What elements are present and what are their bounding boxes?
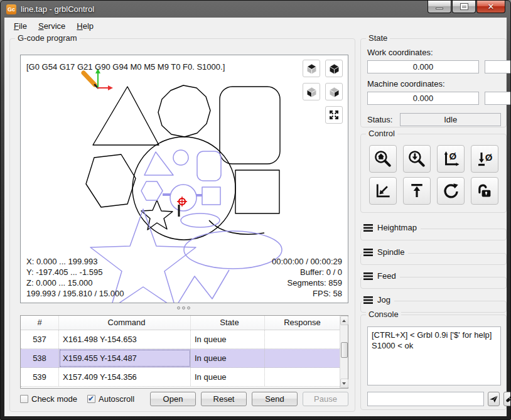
menu-help[interactable]: Help [71,19,99,34]
z-probe-button[interactable] [403,145,431,173]
unlock-button[interactable] [471,177,498,205]
jog-label[interactable]: Jog [377,295,390,304]
scroll-up-button[interactable] [340,316,348,325]
safe-position-button[interactable] [403,177,431,205]
menu-file[interactable]: File [8,19,33,34]
scrollbar-thumb[interactable] [341,342,348,358]
top-view-button[interactable] [303,60,320,77]
table-row[interactable]: 538 X159.455 Y-154.487 In queue [21,349,340,368]
gcode-3d-viewport[interactable]: [G0 G54 G17 G21 G90 G94 M0 M5 M9 T0 F0. … [20,55,348,303]
app-window: Gc line.tap - grblControl ✕ File Service… [0,0,511,420]
row-response [265,330,340,348]
table-header-row: # Command State Response [21,316,340,330]
window-title: line.tap - grblControl [21,4,94,14]
zero-z-button[interactable]: Ø [471,145,498,173]
gcode-header-line: [G0 G54 G17 G21 G90 G94 M0 M5 M9 T0 F0. … [26,62,225,72]
front-view-button[interactable] [303,83,320,100]
machine-y-field[interactable] [485,92,511,105]
check-mode-checkbox[interactable]: Check mode [20,394,77,404]
console-clear-button[interactable] [503,392,511,406]
status-value: Idle [400,113,501,126]
heightmap-label[interactable]: Heightmap [377,223,417,232]
minimize-button[interactable] [428,1,451,13]
console-send-button[interactable] [488,392,500,406]
work-y-field[interactable] [485,60,511,73]
console-group: Console [CTRL+X] < Grbl 0.9i ['$' for he… [360,315,507,410]
restore-origin-button[interactable] [369,177,397,205]
row-command: X161.498 Y-154.653 [59,330,191,348]
column-header-num[interactable]: # [21,316,59,330]
menu-service[interactable]: Service [33,19,71,34]
control-title: Control [366,129,397,138]
machine-x-field[interactable] [367,92,479,105]
autoscroll-box[interactable] [87,395,95,403]
feed-label[interactable]: Feed [377,271,396,281]
maximize-button[interactable] [452,1,476,13]
hamburger-icon[interactable] [363,272,373,280]
row-response [265,368,340,386]
unlock-padlock-icon [475,181,494,200]
console-title: Console [366,310,401,319]
row-state: In queue [191,349,265,367]
machine-coordinates-label: Machine coordinates: [367,79,445,89]
reset-button[interactable]: Reset [201,392,247,406]
send-button[interactable]: Send [252,392,298,406]
console-line: [CTRL+X] < Grbl 0.9i ['$' for help] [372,330,497,340]
console-output[interactable]: [CTRL+X] < Grbl 0.9i ['$' for help] S100… [367,326,501,385]
column-header-command[interactable]: Command [59,316,191,330]
console-line: S1000 < ok [372,340,497,351]
row-command: X157.409 Y-154.356 [59,368,191,386]
svg-text:Ø: Ø [449,151,456,161]
zero-xy-icon: Ø [441,149,460,168]
menubar: File Service Help [4,19,508,34]
spindle-label[interactable]: Spindle [377,247,404,257]
state-title: State [366,33,390,43]
table-row[interactable]: 539 X157.409 Y-154.356 In queue [21,368,340,387]
zero-xy-button[interactable]: Ø [437,145,465,173]
row-command: X159.455 Y-154.487 [59,349,191,367]
titlebar[interactable]: Gc line.tap - grblControl ✕ [1,1,510,18]
side-view-cube-icon [328,86,340,98]
gcode-program-group: G-code program [9,38,355,412]
zero-z-icon: Ø [475,149,494,168]
maximize-icon [461,4,468,9]
heightmap-panel: Heightmap [360,229,507,240]
column-header-response[interactable]: Response [265,316,340,330]
table-row[interactable]: 537 X161.498 Y-154.653 In queue [21,330,340,349]
row-num: 537 [21,330,59,348]
table-scrollbar[interactable] [340,316,348,388]
hamburger-icon[interactable] [363,249,373,256]
tool-position-marker [177,197,187,217]
minimize-icon [436,8,443,9]
isometric-view-button[interactable] [325,60,343,77]
home-button[interactable] [369,145,397,173]
svg-text:Ø: Ø [485,152,492,163]
work-x-field[interactable] [367,60,479,73]
row-state: In queue [191,330,265,348]
hamburger-icon[interactable] [363,224,373,232]
console-command-input[interactable] [367,392,484,406]
autoscroll-checkbox[interactable]: Autoscroll [87,394,134,404]
control-group: Control [360,134,507,213]
row-response [265,349,340,367]
reset-button-control[interactable] [437,177,465,205]
row-state: In queue [191,368,265,386]
column-header-state[interactable]: State [191,316,265,330]
eraser-icon [504,394,511,404]
pause-button[interactable]: Pause [303,392,348,406]
state-group: State Work coordinates: Machine coordina… [360,38,507,127]
probe-search-icon [407,149,426,168]
scroll-down-button[interactable] [340,379,348,388]
hamburger-icon[interactable] [363,296,373,304]
close-button[interactable]: ✕ [476,1,505,13]
side-view-button[interactable] [325,83,343,100]
splitter-handle[interactable] [175,305,192,310]
open-button[interactable]: Open [150,392,196,406]
top-view-cube-icon [306,63,318,75]
autoscroll-label: Autoscroll [99,394,134,404]
check-mode-box[interactable] [20,395,28,403]
arrow-down-icon [342,382,346,385]
tool-axes-indicator [83,68,113,90]
front-view-cube-icon [306,86,318,98]
fit-view-button[interactable] [325,106,343,124]
